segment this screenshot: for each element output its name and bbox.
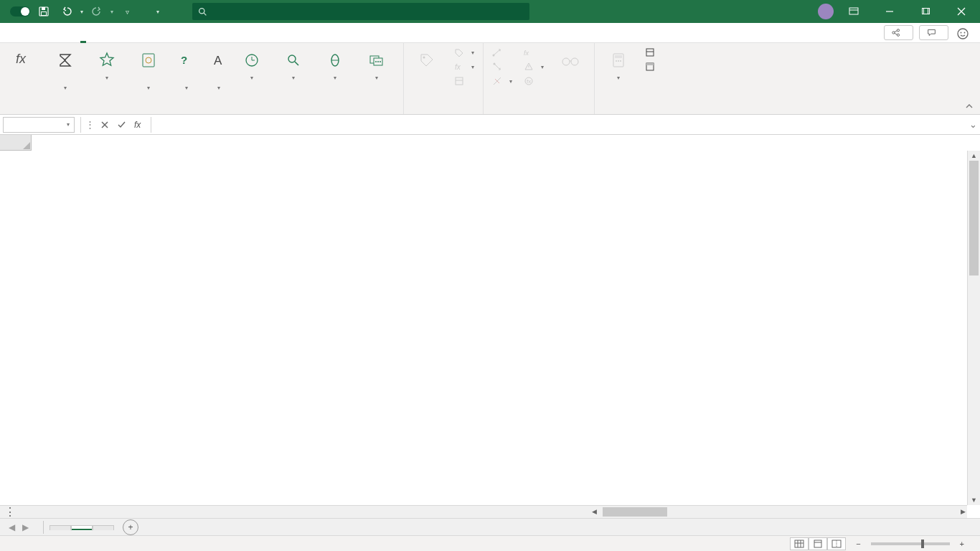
- tab-help[interactable]: [143, 34, 161, 42]
- tab-page-layout[interactable]: [57, 34, 75, 42]
- tab-review[interactable]: [109, 34, 126, 42]
- tab-data[interactable]: [92, 34, 109, 42]
- resize-handle[interactable]: ⋮: [84, 119, 96, 130]
- hscroll-thumb[interactable]: [603, 507, 667, 517]
- expand-formula-bar-button[interactable]: ⌄: [966, 119, 980, 130]
- svg-point-12: [892, 32, 895, 34]
- math-trig-button[interactable]: ▾: [319, 46, 352, 84]
- more-functions-button[interactable]: ▾: [354, 46, 399, 84]
- svg-text:fx: fx: [134, 120, 141, 130]
- scroll-thumb[interactable]: [969, 161, 979, 276]
- svg-point-49: [562, 58, 570, 65]
- view-page-break-button[interactable]: [827, 537, 846, 550]
- share-button[interactable]: [884, 25, 913, 40]
- view-page-layout-button[interactable]: [809, 537, 827, 550]
- scroll-right-button[interactable]: ▶: [961, 508, 966, 515]
- vertical-scrollbar[interactable]: ▲ ▼: [967, 151, 980, 505]
- svg-text:fx: fx: [16, 52, 27, 66]
- ribbon-tabs: [0, 23, 980, 43]
- comments-button[interactable]: [919, 25, 948, 40]
- logical-button[interactable]: ? ▾: [171, 46, 202, 94]
- date-time-button[interactable]: ▾: [235, 46, 268, 84]
- save-button[interactable]: [34, 2, 53, 21]
- view-normal-button[interactable]: [790, 537, 809, 550]
- svg-point-15: [958, 29, 968, 39]
- calculator-icon: [607, 49, 630, 72]
- svg-rect-53: [615, 55, 622, 58]
- group-label-function-library: [4, 110, 399, 114]
- enter-edit-button[interactable]: [113, 117, 131, 133]
- page-break-icon: [831, 540, 842, 548]
- sheet-tab-sheet1[interactable]: [50, 525, 71, 530]
- add-sheet-button[interactable]: +: [123, 519, 138, 535]
- name-manager-button: [408, 46, 447, 76]
- tab-formulas[interactable]: [75, 34, 92, 42]
- sheet-nav-next[interactable]: ▶: [22, 522, 29, 532]
- feedback-button[interactable]: [954, 25, 971, 42]
- search-input[interactable]: [213, 6, 524, 17]
- calc-sheet-icon: [645, 62, 655, 72]
- tab-home[interactable]: [23, 34, 40, 42]
- more-icon: [365, 49, 388, 72]
- sheet-tab-sheet3[interactable]: [71, 525, 93, 531]
- svg-rect-37: [456, 77, 463, 85]
- status-bar: − +: [0, 535, 980, 551]
- qat-customize-button[interactable]: ▿: [118, 2, 136, 21]
- svg-text:fx: fx: [455, 63, 461, 71]
- undo-button[interactable]: [57, 2, 76, 21]
- horizontal-scrollbar[interactable]: ⋮ ◀ ▶: [0, 505, 967, 518]
- svg-point-50: [571, 58, 578, 65]
- insert-function-button[interactable]: fx: [4, 46, 43, 76]
- ribbon-display-button[interactable]: [838, 0, 870, 23]
- tab-file[interactable]: [6, 34, 23, 42]
- redo-button[interactable]: [88, 2, 106, 21]
- autosum-button[interactable]: ▾: [46, 46, 85, 94]
- lookup-reference-button[interactable]: ▾: [271, 46, 316, 84]
- text-button[interactable]: A ▾: [205, 46, 232, 94]
- calculate-sheet-button[interactable]: [641, 60, 663, 73]
- svg-rect-9: [924, 9, 930, 14]
- close-button[interactable]: [946, 0, 977, 23]
- search-box[interactable]: [192, 3, 529, 20]
- name-box[interactable]: ▾: [3, 117, 75, 133]
- formula-input[interactable]: [154, 119, 966, 130]
- svg-point-40: [493, 55, 495, 57]
- maximize-button[interactable]: [910, 0, 941, 23]
- autosave-toggle[interactable]: [4, 6, 30, 17]
- tag-icon: [416, 49, 439, 72]
- ribbon: fx ▾ ▾ ▾ ? ▾: [0, 43, 980, 115]
- select-all-corner[interactable]: [0, 135, 32, 151]
- minimize-button[interactable]: [874, 0, 905, 23]
- scroll-down-button[interactable]: ▼: [968, 495, 980, 505]
- zoom-out-button[interactable]: −: [853, 540, 863, 548]
- zoom-slider[interactable]: [871, 542, 950, 545]
- formula-bar: ▾ ⋮ fx ⌄: [0, 115, 980, 135]
- comment-icon: [927, 28, 936, 37]
- svg-rect-60: [646, 63, 654, 65]
- scroll-left-button[interactable]: ◀: [592, 508, 597, 515]
- define-name-button: ▾: [450, 46, 479, 59]
- sheet-nav-prev[interactable]: ◀: [9, 522, 15, 532]
- insert-function-small-button[interactable]: fx: [131, 117, 148, 133]
- sigma-icon: [54, 49, 77, 72]
- fx-small-icon: fx: [454, 62, 464, 72]
- tab-scroll-handle[interactable]: ⋮: [0, 505, 20, 518]
- collapse-ribbon-button[interactable]: [964, 101, 974, 111]
- tab-view[interactable]: [126, 34, 143, 42]
- svg-rect-5: [849, 8, 858, 14]
- financial-button[interactable]: ▾: [129, 46, 168, 94]
- svg-point-56: [620, 60, 621, 62]
- recently-used-button[interactable]: ▾: [88, 46, 126, 84]
- svg-line-39: [494, 50, 500, 55]
- calculate-now-button[interactable]: [641, 46, 663, 59]
- cells-area[interactable]: [32, 151, 967, 505]
- theta-icon: [324, 49, 347, 72]
- zoom-in-button[interactable]: +: [957, 540, 967, 548]
- sheet-tab-sheet2[interactable]: [93, 525, 114, 530]
- spreadsheet-grid[interactable]: ▲ ▼ ⋮ ◀ ▶: [0, 135, 980, 518]
- user-account[interactable]: [814, 4, 834, 19]
- tab-insert[interactable]: [40, 34, 57, 42]
- svg-point-32: [375, 61, 377, 62]
- scroll-up-button[interactable]: ▲: [968, 151, 980, 161]
- cancel-edit-button[interactable]: [96, 117, 113, 133]
